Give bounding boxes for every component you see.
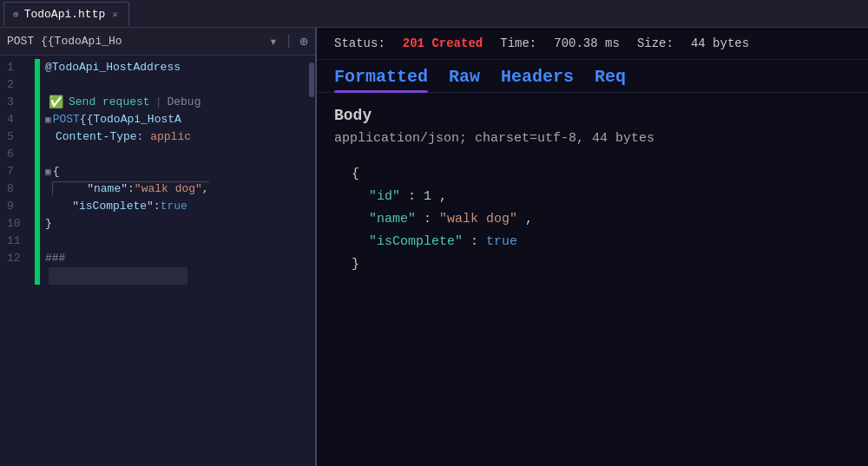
- close-brace: }: [45, 215, 52, 233]
- code-line-3: ✅ Send request | Debug: [31, 94, 308, 111]
- send-request-btn[interactable]: Send request: [69, 94, 150, 111]
- editor-panel: POST {{TodoApi_Ho ▾ | ⊕ 1 2 3 4 5 6 7 8 …: [0, 28, 317, 466]
- code-lines: @TodoApi_HostAddress ✅ Send request | De…: [31, 56, 308, 466]
- code-line-10: [31, 233, 308, 250]
- content-type-line: Content-Type: applic: [45, 128, 191, 146]
- tab-req[interactable]: Req: [595, 67, 626, 92]
- editor-scrollbar[interactable]: [308, 56, 315, 466]
- collapse-brace-icon[interactable]: ▣: [45, 163, 51, 180]
- response-body: Body application/json; charset=utf-8, 44…: [317, 93, 868, 466]
- json-name-value: "walk dog": [439, 212, 517, 226]
- gutter-2: [35, 76, 40, 94]
- gutter-8: [35, 198, 40, 215]
- json-iscomplete-key: "isComplete": [369, 234, 463, 249]
- debug-btn[interactable]: Debug: [167, 94, 201, 111]
- request-bar: POST {{TodoApi_Ho ▾ | ⊕: [0, 28, 315, 56]
- body-section-label: Body: [334, 107, 851, 124]
- editor-content: 1 2 3 4 5 6 7 8 9 10 11 12 @TodoApi_Host…: [0, 56, 315, 466]
- code-line-1: @TodoApi_HostAddress: [31, 59, 308, 76]
- gutter-5: [35, 146, 40, 163]
- send-debug-bar: ✅ Send request | Debug: [49, 94, 201, 111]
- response-panel: Status: 201 Created Time: 700.38 ms Size…: [317, 28, 868, 466]
- json-name-key: "name": [369, 212, 416, 226]
- size-label: Size:: [637, 36, 674, 50]
- tab-close-icon[interactable]: ✕: [110, 9, 120, 20]
- check-icon: ✅: [49, 94, 63, 111]
- request-add-icon[interactable]: ⊕: [299, 33, 308, 50]
- tab-headers[interactable]: Headers: [501, 67, 574, 92]
- code-line-7: "name":"walk dog",: [31, 180, 308, 198]
- json-open-brace: {: [352, 163, 851, 186]
- content-type-display: application/json; charset=utf-8, 44 byte…: [334, 131, 851, 146]
- code-line-12: [31, 267, 308, 285]
- main-area: POST {{TodoApi_Ho ▾ | ⊕ 1 2 3 4 5 6 7 8 …: [0, 28, 868, 466]
- scrollbar-thumb: [309, 62, 314, 97]
- time-value: 700.38 ms: [554, 36, 620, 50]
- request-dropdown-icon[interactable]: ▾: [269, 33, 278, 50]
- json-id-key: "id": [369, 189, 400, 204]
- gutter-9: [35, 215, 40, 233]
- gutter-3b: [35, 111, 40, 128]
- gutter-1: [35, 59, 40, 76]
- tab-raw[interactable]: Raw: [449, 67, 480, 92]
- request-method-text: POST {{TodoApi_Ho: [7, 35, 266, 48]
- json-id-line: "id" : 1 ,: [352, 186, 851, 208]
- post-method: POST: [53, 111, 80, 128]
- line-numbers: 1 2 3 4 5 6 7 8 9 10 11 12: [0, 56, 31, 466]
- tab-formatted[interactable]: Formatted: [334, 67, 428, 92]
- collapse-icon[interactable]: ▣: [45, 111, 51, 128]
- post-url: {{TodoApi_HostA: [80, 111, 181, 128]
- line-7-content: "name":"walk dog",: [45, 180, 209, 198]
- json-iscomplete-line: "isComplete" : true: [352, 231, 851, 253]
- status-label: Status:: [334, 36, 385, 50]
- gutter-7: [35, 180, 40, 198]
- response-tabs: Formatted Raw Headers Req: [317, 60, 868, 93]
- json-iscomplete-value: true: [486, 234, 517, 249]
- code-line-2: [31, 76, 308, 94]
- size-value: 44 bytes: [691, 36, 749, 50]
- status-bar: Status: 201 Created Time: 700.38 ms Size…: [317, 28, 868, 60]
- input-bar[interactable]: [49, 267, 187, 285]
- json-block: { "id" : 1 , "name" : "walk dog" , "isCo…: [334, 163, 851, 276]
- gutter-3: [35, 94, 40, 111]
- open-brace: {: [53, 163, 60, 180]
- code-line-5: [31, 146, 308, 163]
- json-id-value: 1: [424, 189, 431, 204]
- json-close-brace: }: [352, 253, 851, 276]
- code-line-3b: ▣ POST {{TodoApi_HostA: [31, 111, 308, 128]
- line-8-content: "isComplete":true: [45, 198, 187, 215]
- gutter-6: [35, 163, 40, 180]
- tab-bar: ⊕ TodoApi.http ✕: [0, 0, 868, 28]
- code-line-11: ###: [31, 250, 308, 267]
- separator: |: [155, 94, 162, 111]
- code-line-8: "isComplete":true: [31, 198, 308, 215]
- gutter-11: [35, 250, 40, 267]
- code-line-9: }: [31, 215, 308, 233]
- code-line-4: Content-Type: applic: [31, 128, 308, 146]
- gutter-4: [35, 128, 40, 146]
- json-name-line: "name" : "walk dog" ,: [352, 208, 851, 231]
- status-value: 201 Created: [403, 36, 483, 50]
- gutter-12: [35, 267, 40, 285]
- tab-filename: TodoApi.http: [24, 8, 106, 21]
- code-line-6: ▣ {: [31, 163, 308, 180]
- todo-api-tab[interactable]: ⊕ TodoApi.http ✕: [3, 2, 129, 26]
- line-1-text: @TodoApi_HostAddress: [45, 59, 181, 76]
- tab-pin-icon: ⊕: [13, 9, 19, 20]
- gutter-10: [35, 233, 40, 250]
- time-label: Time:: [500, 36, 536, 50]
- hash-comment: ###: [45, 250, 65, 267]
